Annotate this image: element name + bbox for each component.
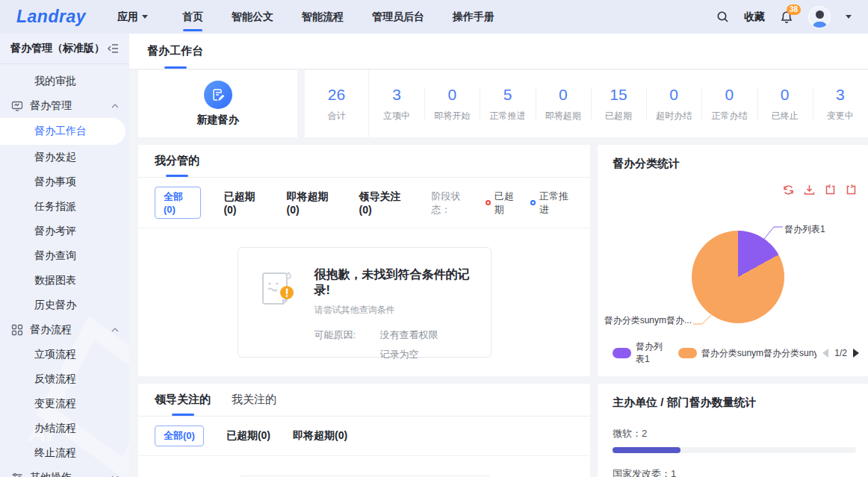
sidebar-item-complete-flow[interactable]: 办结流程 xyxy=(0,416,129,440)
bar-item-microsoft: 微软：2 xyxy=(613,427,856,453)
stat-terminated[interactable]: 0 已终止 xyxy=(757,70,813,137)
nav-tabs: 首页 智能公文 智能流程 管理员后台 操作手册 xyxy=(182,0,495,34)
progress-fill xyxy=(613,447,681,453)
sidebar-group-supervision-mgmt[interactable]: 督办管理 xyxy=(0,93,129,118)
sidebar-item-query[interactable]: 督办查询 xyxy=(0,243,129,268)
sidebar-item-task-assign[interactable]: 任务指派 xyxy=(0,194,129,219)
empty-result-icon xyxy=(256,267,300,357)
legend-page-indicator: 1/2 xyxy=(834,348,847,358)
tab-leader-followed[interactable]: 领导关注的 xyxy=(155,384,211,416)
panel-title: 主办单位 / 部门督办数量统计 xyxy=(613,396,757,410)
filter-leader-follow[interactable]: 领导关注(0) xyxy=(359,190,409,216)
status-dot-on-track xyxy=(530,200,536,205)
stat-changing[interactable]: 3 变更中 xyxy=(813,70,868,137)
empty-subtitle: 请尝试其他查询条件 xyxy=(314,304,476,317)
bar-item-ndrc: 国家发改委：1 xyxy=(613,467,856,477)
followed-panel: 领导关注的 我关注的 全部(0) 已超期(0) 即将超期(0) xyxy=(138,384,590,477)
filter-overdue[interactable]: 已超期(0) xyxy=(223,190,264,216)
restore-icon[interactable] xyxy=(824,184,837,196)
notification-badge: 38 xyxy=(787,4,801,15)
status-dot-overdue xyxy=(486,200,491,205)
avatar[interactable] xyxy=(808,6,831,28)
sidebar-title: 督办管理（标准版） xyxy=(10,42,105,55)
nav-tab-home[interactable]: 首页 xyxy=(182,0,203,34)
sidebar-item-feedback-flow[interactable]: 反馈流程 xyxy=(0,367,129,391)
main-content: 督办工作台 新建督办 26 合计 3 立项中 xyxy=(129,34,868,477)
chevron-up-icon xyxy=(111,328,119,332)
tab-my-supervised[interactable]: 我分管的 xyxy=(155,145,199,177)
new-doc-icon xyxy=(204,81,232,109)
nav-tab-smart-flow[interactable]: 智能流程 xyxy=(302,0,344,34)
sidebar-item-evaluation[interactable]: 督办考评 xyxy=(0,219,129,243)
filter-due-soon[interactable]: 即将超期(0) xyxy=(293,429,347,443)
filter-all[interactable]: 全部(0) xyxy=(155,425,204,446)
sidebar-item-initiate[interactable]: 督办发起 xyxy=(0,145,129,169)
empty-title: 很抱歉，未找到符合条件的记录! xyxy=(314,267,476,299)
chevron-down-icon xyxy=(142,15,148,19)
apps-menu-label: 应用 xyxy=(117,10,138,24)
filter-all[interactable]: 全部(0) xyxy=(155,187,201,219)
search-icon[interactable] xyxy=(716,10,729,23)
filter-overdue[interactable]: 已超期(0) xyxy=(226,429,270,443)
navbar-right: 收藏 38 xyxy=(716,6,852,28)
nav-tab-manual[interactable]: 操作手册 xyxy=(453,0,495,34)
stat-closed-late[interactable]: 0 超时办结 xyxy=(646,70,701,137)
sidebar-item-my-approvals[interactable]: 我的审批 xyxy=(0,69,129,93)
filter-due-soon[interactable]: 即将超期(0) xyxy=(287,190,337,216)
collapse-sidebar-icon[interactable] xyxy=(107,43,119,54)
top-navbar: Landray 应用 首页 智能公文 智能流程 管理员后台 操作手册 收藏 38 xyxy=(0,0,868,34)
favorites-button[interactable]: 收藏 xyxy=(744,10,765,24)
stat-starting-soon[interactable]: 0 即将开始 xyxy=(424,70,480,137)
sidebar-item-terminate-flow[interactable]: 终止流程 xyxy=(0,440,129,465)
my-supervised-panel: 我分管的 全部(0) 已超期(0) 即将超期(0) 领导关注(0) 阶段状态： … xyxy=(138,145,590,376)
sidebar: AI 督办管理（标准版） 我的审批 督办管理 督办工作台 督办发起 督办事项 任… xyxy=(0,34,129,477)
sidebar-item-matters[interactable]: 督办事项 xyxy=(0,169,129,194)
sidebar-item-charts[interactable]: 数据图表 xyxy=(0,268,129,293)
stats-card: 26 合计 3 立项中 0 即将开始 5 正常推进 0 即将超期 xyxy=(305,70,868,137)
legend-item-2[interactable]: 督办分类sunym督办分类sunym督办分... xyxy=(678,347,817,360)
landray-logo: Landray xyxy=(16,7,86,27)
pie-legend: 督办列表1 督办分类sunym督办分类sunym督办分... 1/2 xyxy=(613,340,859,366)
chart-toolbox xyxy=(782,184,858,196)
empty-state-card: 很抱歉，未找到符合条件的记录! 请尝试其他查询条件 可能原因: 没有查看权限 记… xyxy=(238,247,492,358)
flow-icon xyxy=(11,324,23,336)
page-tab-workbench[interactable]: 督办工作台 xyxy=(147,34,203,69)
nav-tab-admin[interactable]: 管理员后台 xyxy=(372,0,424,34)
stage-status-legend: 阶段状态： 已超期 正常推进 xyxy=(432,190,574,216)
sidebar-item-project-flow[interactable]: 立项流程 xyxy=(0,342,129,367)
stat-due-soon[interactable]: 0 即将超期 xyxy=(536,70,591,137)
download-icon[interactable] xyxy=(803,184,816,196)
refresh-icon[interactable] xyxy=(782,184,795,196)
legend-label-1[interactable]: 督办列表1 xyxy=(636,340,669,366)
stat-initiating[interactable]: 3 立项中 xyxy=(369,70,424,137)
user-menu-chevron-icon[interactable] xyxy=(846,15,852,19)
pie-chart[interactable] xyxy=(692,231,784,323)
apps-menu[interactable]: 应用 xyxy=(117,10,148,24)
stat-overdue[interactable]: 15 已超期 xyxy=(591,70,646,137)
legend-label-2: 督办分类sunym督办分类sunym督办分... xyxy=(701,347,817,360)
legend-next-icon[interactable] xyxy=(853,349,859,358)
legend-swatch-purple[interactable] xyxy=(613,348,631,358)
monitor-icon xyxy=(11,100,23,112)
stat-closed-on-time[interactable]: 0 正常办结 xyxy=(701,70,757,137)
pie-label-left: 督办分类sunym督办... xyxy=(604,314,692,327)
notifications-button[interactable]: 38 xyxy=(780,10,793,24)
page-header: 督办工作台 xyxy=(129,34,868,69)
sidebar-item-workbench[interactable]: 督办工作台 xyxy=(0,118,125,145)
back-icon[interactable] xyxy=(845,184,858,196)
stat-on-track[interactable]: 5 正常推进 xyxy=(480,70,535,137)
sidebar-item-history[interactable]: 历史督办 xyxy=(0,293,129,317)
new-supervision-button[interactable]: 新建督办 xyxy=(138,70,297,137)
tab-my-followed[interactable]: 我关注的 xyxy=(232,384,276,416)
sliders-icon xyxy=(11,472,23,477)
stat-total[interactable]: 26 合计 xyxy=(305,70,369,137)
sidebar-item-change-flow[interactable]: 变更流程 xyxy=(0,391,129,416)
sidebar-group-flows[interactable]: 督办流程 xyxy=(0,317,129,342)
nav-tab-smart-docs[interactable]: 智能公文 xyxy=(232,0,273,34)
sidebar-group-other-ops[interactable]: 其他操作 xyxy=(0,465,129,477)
legend-prev-icon[interactable] xyxy=(822,349,828,358)
chevron-up-icon xyxy=(111,104,119,108)
panel-title: 督办分类统计 xyxy=(613,157,680,171)
progress-track xyxy=(613,447,856,453)
legend-swatch-orange xyxy=(678,348,697,358)
